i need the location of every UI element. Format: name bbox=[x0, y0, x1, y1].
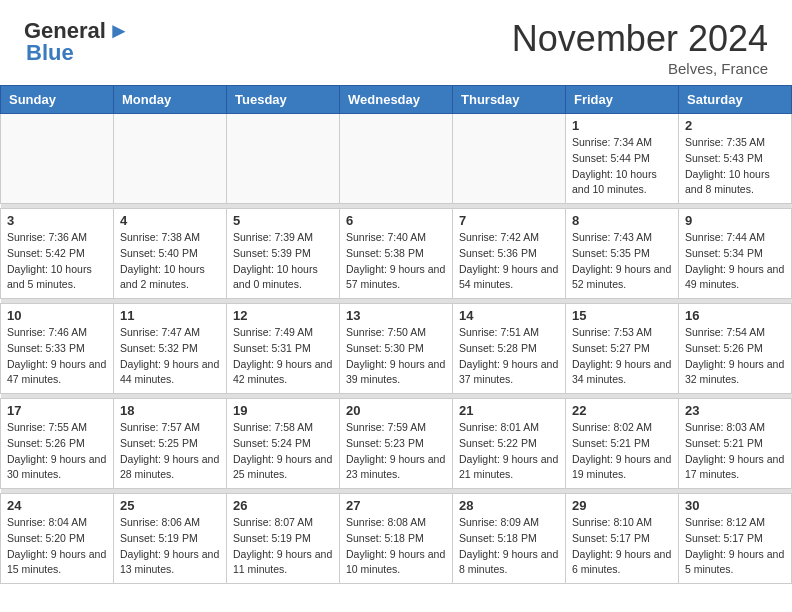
week-row-3: 10Sunrise: 7:46 AMSunset: 5:33 PMDayligh… bbox=[1, 304, 792, 394]
title-area: November 2024 Belves, France bbox=[512, 18, 768, 77]
day-info: Sunrise: 7:36 AMSunset: 5:42 PMDaylight:… bbox=[7, 230, 107, 293]
calendar-cell bbox=[453, 114, 566, 204]
day-number: 23 bbox=[685, 403, 785, 418]
day-info: Sunrise: 7:53 AMSunset: 5:27 PMDaylight:… bbox=[572, 325, 672, 388]
calendar-cell bbox=[227, 114, 340, 204]
day-info: Sunrise: 7:55 AMSunset: 5:26 PMDaylight:… bbox=[7, 420, 107, 483]
day-info: Sunrise: 8:10 AMSunset: 5:17 PMDaylight:… bbox=[572, 515, 672, 578]
day-number: 17 bbox=[7, 403, 107, 418]
day-number: 15 bbox=[572, 308, 672, 323]
day-number: 26 bbox=[233, 498, 333, 513]
day-number: 18 bbox=[120, 403, 220, 418]
logo: General ► Blue bbox=[24, 18, 130, 66]
day-number: 22 bbox=[572, 403, 672, 418]
day-info: Sunrise: 8:01 AMSunset: 5:22 PMDaylight:… bbox=[459, 420, 559, 483]
calendar-cell: 28Sunrise: 8:09 AMSunset: 5:18 PMDayligh… bbox=[453, 494, 566, 584]
weekday-header-monday: Monday bbox=[114, 86, 227, 114]
calendar-cell: 16Sunrise: 7:54 AMSunset: 5:26 PMDayligh… bbox=[679, 304, 792, 394]
weekday-header-wednesday: Wednesday bbox=[340, 86, 453, 114]
month-title: November 2024 bbox=[512, 18, 768, 60]
day-number: 16 bbox=[685, 308, 785, 323]
day-number: 20 bbox=[346, 403, 446, 418]
day-info: Sunrise: 8:03 AMSunset: 5:21 PMDaylight:… bbox=[685, 420, 785, 483]
calendar-cell: 26Sunrise: 8:07 AMSunset: 5:19 PMDayligh… bbox=[227, 494, 340, 584]
calendar-cell: 6Sunrise: 7:40 AMSunset: 5:38 PMDaylight… bbox=[340, 209, 453, 299]
calendar-cell: 29Sunrise: 8:10 AMSunset: 5:17 PMDayligh… bbox=[566, 494, 679, 584]
week-row-2: 3Sunrise: 7:36 AMSunset: 5:42 PMDaylight… bbox=[1, 209, 792, 299]
calendar-cell: 23Sunrise: 8:03 AMSunset: 5:21 PMDayligh… bbox=[679, 399, 792, 489]
week-row-4: 17Sunrise: 7:55 AMSunset: 5:26 PMDayligh… bbox=[1, 399, 792, 489]
day-info: Sunrise: 7:57 AMSunset: 5:25 PMDaylight:… bbox=[120, 420, 220, 483]
calendar-cell: 9Sunrise: 7:44 AMSunset: 5:34 PMDaylight… bbox=[679, 209, 792, 299]
day-number: 2 bbox=[685, 118, 785, 133]
week-row-1: 1Sunrise: 7:34 AMSunset: 5:44 PMDaylight… bbox=[1, 114, 792, 204]
page-wrapper: General ► Blue November 2024 Belves, Fra… bbox=[0, 0, 792, 594]
day-info: Sunrise: 7:39 AMSunset: 5:39 PMDaylight:… bbox=[233, 230, 333, 293]
day-number: 8 bbox=[572, 213, 672, 228]
day-number: 11 bbox=[120, 308, 220, 323]
day-number: 28 bbox=[459, 498, 559, 513]
calendar-cell: 27Sunrise: 8:08 AMSunset: 5:18 PMDayligh… bbox=[340, 494, 453, 584]
day-number: 6 bbox=[346, 213, 446, 228]
calendar-cell bbox=[114, 114, 227, 204]
day-number: 14 bbox=[459, 308, 559, 323]
day-number: 29 bbox=[572, 498, 672, 513]
calendar-cell: 8Sunrise: 7:43 AMSunset: 5:35 PMDaylight… bbox=[566, 209, 679, 299]
day-number: 4 bbox=[120, 213, 220, 228]
calendar-cell: 11Sunrise: 7:47 AMSunset: 5:32 PMDayligh… bbox=[114, 304, 227, 394]
day-info: Sunrise: 7:51 AMSunset: 5:28 PMDaylight:… bbox=[459, 325, 559, 388]
day-number: 1 bbox=[572, 118, 672, 133]
calendar-cell: 19Sunrise: 7:58 AMSunset: 5:24 PMDayligh… bbox=[227, 399, 340, 489]
calendar-cell: 10Sunrise: 7:46 AMSunset: 5:33 PMDayligh… bbox=[1, 304, 114, 394]
location: Belves, France bbox=[512, 60, 768, 77]
day-info: Sunrise: 7:38 AMSunset: 5:40 PMDaylight:… bbox=[120, 230, 220, 293]
calendar-cell: 13Sunrise: 7:50 AMSunset: 5:30 PMDayligh… bbox=[340, 304, 453, 394]
calendar-cell: 12Sunrise: 7:49 AMSunset: 5:31 PMDayligh… bbox=[227, 304, 340, 394]
day-number: 9 bbox=[685, 213, 785, 228]
day-info: Sunrise: 7:42 AMSunset: 5:36 PMDaylight:… bbox=[459, 230, 559, 293]
weekday-header-saturday: Saturday bbox=[679, 86, 792, 114]
calendar-cell bbox=[1, 114, 114, 204]
weekday-header-friday: Friday bbox=[566, 86, 679, 114]
page-header: General ► Blue November 2024 Belves, Fra… bbox=[0, 0, 792, 85]
day-info: Sunrise: 8:06 AMSunset: 5:19 PMDaylight:… bbox=[120, 515, 220, 578]
day-info: Sunrise: 8:04 AMSunset: 5:20 PMDaylight:… bbox=[7, 515, 107, 578]
day-info: Sunrise: 7:46 AMSunset: 5:33 PMDaylight:… bbox=[7, 325, 107, 388]
calendar-cell: 5Sunrise: 7:39 AMSunset: 5:39 PMDaylight… bbox=[227, 209, 340, 299]
day-number: 30 bbox=[685, 498, 785, 513]
calendar-table: SundayMondayTuesdayWednesdayThursdayFrid… bbox=[0, 85, 792, 584]
day-info: Sunrise: 8:09 AMSunset: 5:18 PMDaylight:… bbox=[459, 515, 559, 578]
day-number: 10 bbox=[7, 308, 107, 323]
calendar-cell bbox=[340, 114, 453, 204]
day-number: 5 bbox=[233, 213, 333, 228]
day-info: Sunrise: 8:08 AMSunset: 5:18 PMDaylight:… bbox=[346, 515, 446, 578]
calendar-cell: 30Sunrise: 8:12 AMSunset: 5:17 PMDayligh… bbox=[679, 494, 792, 584]
calendar-cell: 1Sunrise: 7:34 AMSunset: 5:44 PMDaylight… bbox=[566, 114, 679, 204]
day-number: 27 bbox=[346, 498, 446, 513]
day-number: 21 bbox=[459, 403, 559, 418]
day-info: Sunrise: 7:59 AMSunset: 5:23 PMDaylight:… bbox=[346, 420, 446, 483]
weekday-header-thursday: Thursday bbox=[453, 86, 566, 114]
day-info: Sunrise: 7:50 AMSunset: 5:30 PMDaylight:… bbox=[346, 325, 446, 388]
day-info: Sunrise: 7:40 AMSunset: 5:38 PMDaylight:… bbox=[346, 230, 446, 293]
day-info: Sunrise: 7:44 AMSunset: 5:34 PMDaylight:… bbox=[685, 230, 785, 293]
calendar-cell: 17Sunrise: 7:55 AMSunset: 5:26 PMDayligh… bbox=[1, 399, 114, 489]
day-info: Sunrise: 8:12 AMSunset: 5:17 PMDaylight:… bbox=[685, 515, 785, 578]
calendar-cell: 20Sunrise: 7:59 AMSunset: 5:23 PMDayligh… bbox=[340, 399, 453, 489]
day-number: 3 bbox=[7, 213, 107, 228]
calendar-cell: 2Sunrise: 7:35 AMSunset: 5:43 PMDaylight… bbox=[679, 114, 792, 204]
day-info: Sunrise: 7:43 AMSunset: 5:35 PMDaylight:… bbox=[572, 230, 672, 293]
calendar-cell: 25Sunrise: 8:06 AMSunset: 5:19 PMDayligh… bbox=[114, 494, 227, 584]
calendar-cell: 3Sunrise: 7:36 AMSunset: 5:42 PMDaylight… bbox=[1, 209, 114, 299]
day-info: Sunrise: 7:34 AMSunset: 5:44 PMDaylight:… bbox=[572, 135, 672, 198]
day-number: 13 bbox=[346, 308, 446, 323]
day-info: Sunrise: 7:54 AMSunset: 5:26 PMDaylight:… bbox=[685, 325, 785, 388]
week-row-5: 24Sunrise: 8:04 AMSunset: 5:20 PMDayligh… bbox=[1, 494, 792, 584]
day-number: 24 bbox=[7, 498, 107, 513]
day-info: Sunrise: 8:07 AMSunset: 5:19 PMDaylight:… bbox=[233, 515, 333, 578]
day-info: Sunrise: 7:49 AMSunset: 5:31 PMDaylight:… bbox=[233, 325, 333, 388]
day-number: 7 bbox=[459, 213, 559, 228]
calendar-cell: 14Sunrise: 7:51 AMSunset: 5:28 PMDayligh… bbox=[453, 304, 566, 394]
day-info: Sunrise: 8:02 AMSunset: 5:21 PMDaylight:… bbox=[572, 420, 672, 483]
day-info: Sunrise: 7:47 AMSunset: 5:32 PMDaylight:… bbox=[120, 325, 220, 388]
